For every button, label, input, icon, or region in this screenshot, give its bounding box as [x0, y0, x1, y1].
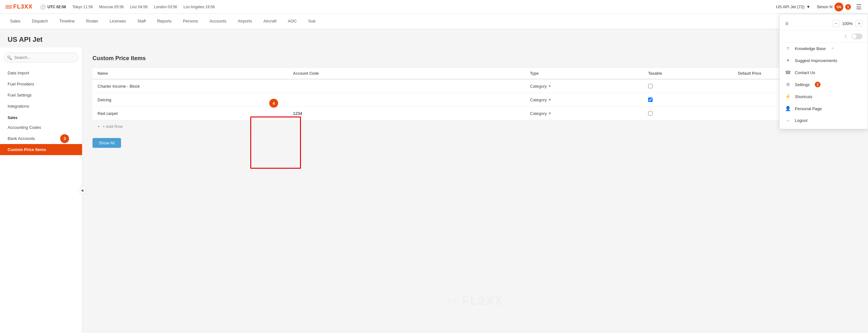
page-container: US API Jet 🔍 Data Import Fuel Providers … — [0, 29, 868, 333]
menu-item-knowledge-base[interactable]: ? Knowledge Base ↗ — [780, 43, 868, 55]
sidebar-item-integrations[interactable]: Integrations — [0, 101, 82, 112]
dark-mode-row: ☾ — [780, 30, 868, 43]
logo: ≡≡ FL3XX — [5, 3, 33, 11]
logo-text: FL3XX — [13, 3, 33, 10]
person-icon: 👤 — [785, 106, 791, 111]
nav-licenses[interactable]: Licenses — [104, 14, 131, 29]
add-row-icon: + — [98, 124, 100, 129]
sidebar-item-fuel-settings[interactable]: Fuel Settings — [0, 90, 82, 101]
sidebar-item-data-import[interactable]: Data Import — [0, 67, 82, 78]
row-2-taxable — [643, 93, 733, 107]
time-area: 🕐 UTC 02:56 Tokyo 11:56 Moscow 05:56 Lin… — [40, 4, 215, 9]
zoom-plus-button[interactable]: + — [856, 20, 863, 27]
row-2-name: Deicing — [93, 93, 288, 107]
watermark: ≡≡ FL3XX — [447, 294, 504, 308]
nav-timeline[interactable]: Timeline — [54, 14, 80, 29]
type-dropdown-arrow-2[interactable]: ▼ — [548, 98, 552, 102]
nav-dispatch[interactable]: Dispatch — [27, 14, 53, 29]
settings-label: Settings — [795, 82, 810, 87]
city-linz: Linz 04:56 — [130, 5, 147, 9]
add-row-label: + Add Row — [103, 124, 123, 129]
avatar: SN — [834, 3, 843, 11]
row-1-taxable-checkbox[interactable] — [648, 84, 653, 88]
type-dropdown-arrow[interactable]: ▼ — [548, 84, 552, 88]
row-1-taxable — [643, 79, 733, 93]
nav-aoc[interactable]: AOC — [283, 14, 302, 29]
dark-mode-toggle[interactable] — [851, 34, 863, 39]
content-area: 🔍 Data Import Fuel Providers Fuel Settin… — [0, 47, 868, 333]
sidebar-item-custom-price-items[interactable]: Custom Price Items — [0, 144, 82, 155]
row-3-account-code[interactable] — [288, 107, 525, 120]
step-badge-4: 4 — [269, 99, 278, 108]
dropdown-arrow-icon: ▼ — [806, 4, 810, 9]
sidebar-item-accounting-codes[interactable]: Accounting Codes — [0, 122, 82, 133]
hamburger-icon[interactable]: ☰ — [855, 2, 863, 12]
contact-label: Contact Us — [795, 70, 815, 75]
menu-item-shortcuts[interactable]: ⚡ Shortcuts — [780, 91, 868, 103]
table-row: Deicing Category ▼ — [93, 93, 858, 107]
row-1-name: Charter Income - Block — [93, 79, 288, 93]
row-1-account-code[interactable] — [288, 79, 525, 93]
user-dropdown-menu: 🖥 − 100% + ☾ ? Knowledge Base ↗ ✦ Sugges… — [779, 14, 868, 129]
nav-reports[interactable]: Reports — [152, 14, 177, 29]
row-1-account-code-input[interactable] — [293, 84, 520, 89]
sidebar-section-sales: Sales — [0, 112, 82, 122]
knowledge-base-label: Knowledge Base — [795, 46, 826, 51]
utc-label: UTC 02:56 — [48, 5, 66, 9]
menu-item-personal-page[interactable]: 👤 Personal Page — [780, 103, 868, 114]
moon-icon: ☾ — [844, 34, 849, 39]
nav-sales[interactable]: Sales — [5, 14, 26, 29]
zoom-minus-button[interactable]: − — [832, 20, 839, 27]
nav-roster[interactable]: Roster — [81, 14, 103, 29]
nav-aircraft[interactable]: Aircraft — [258, 14, 281, 29]
zoom-value: 100% — [842, 21, 853, 26]
zoom-controls: − 100% + — [832, 20, 863, 27]
sidebar-item-bank-accounts[interactable]: Bank Accounts 3 — [0, 133, 82, 144]
zoom-row: 🖥 − 100% + — [780, 17, 868, 30]
table-row: Red carpet Category ▼ — [93, 107, 858, 120]
custom-price-items-table: Name Account Code Type Taxable Default P… — [93, 68, 858, 120]
add-row-button[interactable]: + + Add Row — [93, 120, 858, 133]
sidebar-collapse-button[interactable]: ◀ — [78, 187, 86, 194]
nav-persons[interactable]: Persons — [178, 14, 203, 29]
sidebar-item-fuel-providers[interactable]: Fuel Providers — [0, 78, 82, 90]
show-all-button[interactable]: Show All — [93, 138, 121, 148]
row-3-type: Category ▼ — [525, 107, 643, 120]
company-name: US API Jet (72) — [776, 4, 805, 9]
row-3-name: Red carpet — [93, 107, 288, 120]
notification-badge: 1 — [845, 4, 851, 10]
row-3-account-code-input[interactable] — [293, 111, 520, 116]
row-2-account-code[interactable] — [288, 93, 525, 107]
user-menu[interactable]: Simon N SN 1 — [817, 3, 851, 11]
clock-icon: 🕐 — [40, 4, 45, 9]
row-2-taxable-checkbox[interactable] — [648, 98, 653, 102]
menu-item-contact[interactable]: ☎ Contact Us — [780, 66, 868, 78]
city-london: London 03:56 — [154, 5, 177, 9]
col-header-account-code: Account Code — [288, 68, 525, 79]
suggest-label: Suggest Improvements — [795, 58, 837, 63]
row-2-type: Category ▼ — [525, 93, 643, 107]
search-icon: 🔍 — [7, 55, 12, 60]
nav-staff[interactable]: Staff — [132, 14, 151, 29]
settings-badge: 2 — [815, 82, 820, 87]
nav-bar: Sales Dispatch Timeline Roster Licenses … — [0, 14, 868, 29]
col-header-taxable: Taxable — [643, 68, 733, 79]
right-area: US API Jet (72) ▼ Simon N SN 1 ☰ — [774, 2, 863, 12]
menu-item-settings[interactable]: ⚙ Settings 2 — [780, 78, 868, 91]
external-link-icon: ↗ — [831, 46, 834, 51]
help-icon: ? — [785, 46, 791, 51]
type-dropdown-arrow-3[interactable]: ▼ — [548, 111, 552, 115]
user-initials: SN — [836, 5, 841, 9]
nav-sub[interactable]: Sub — [303, 14, 320, 29]
row-2-account-code-input[interactable] — [293, 98, 520, 102]
nav-airports[interactable]: Airports — [233, 14, 257, 29]
company-selector[interactable]: US API Jet (72) ▼ — [774, 3, 813, 10]
menu-item-logout[interactable]: → Logout — [780, 114, 868, 126]
city-la: Los Angeles 19:56 — [183, 5, 215, 9]
nav-accounts[interactable]: Accounts — [204, 14, 231, 29]
user-name: Simon N — [817, 4, 833, 9]
menu-item-suggest[interactable]: ✦ Suggest Improvements — [780, 55, 868, 66]
search-input[interactable] — [4, 53, 78, 62]
row-3-taxable-checkbox[interactable] — [648, 111, 653, 115]
contact-icon: ☎ — [785, 70, 791, 75]
